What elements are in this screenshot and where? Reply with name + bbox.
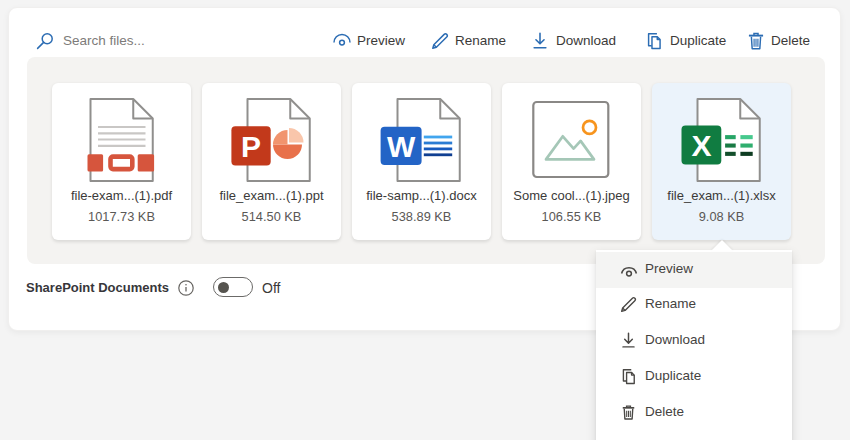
svg-text:P: P [241, 130, 261, 163]
svg-text:X: X [691, 129, 711, 162]
svg-text:W: W [387, 130, 416, 163]
